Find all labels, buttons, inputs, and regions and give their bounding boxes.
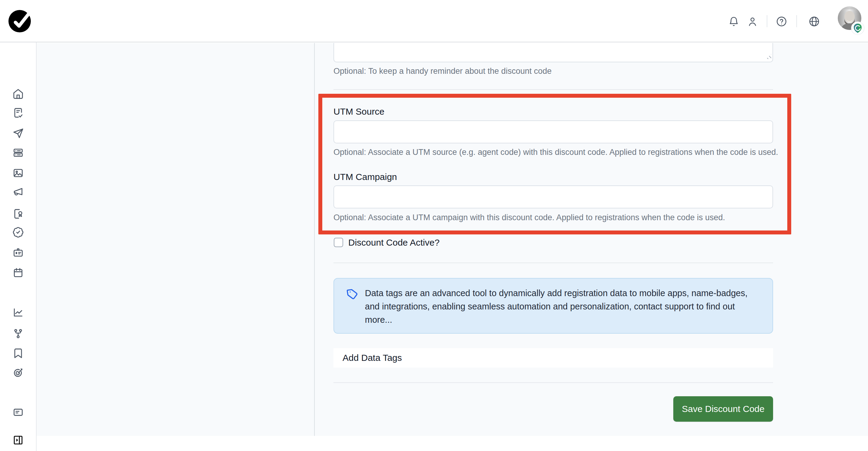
announcements-megaphone-icon[interactable]: [12, 186, 24, 198]
add-data-tags-label: Add Data Tags: [343, 348, 402, 367]
utm-source-helper-text: Optional: Associate a UTM source (e.g. a…: [334, 147, 778, 157]
left-sidebar-nav: [0, 42, 37, 451]
name-badge-icon[interactable]: [12, 247, 24, 258]
data-tags-info-text: Data tags are an advanced tool to dynami…: [365, 287, 761, 326]
content-vertical-divider: [314, 43, 315, 436]
home-icon[interactable]: [12, 88, 24, 100]
flow-fork-icon[interactable]: [12, 328, 24, 339]
account-user-icon[interactable]: [747, 16, 758, 27]
certificate-icon[interactable]: [12, 208, 24, 220]
discount-active-checkbox[interactable]: [334, 238, 343, 247]
add-data-tags-row[interactable]: Add Data Tags: [334, 348, 773, 367]
image-gallery-icon[interactable]: [12, 167, 24, 179]
utm-source-input[interactable]: [334, 120, 773, 143]
goal-target-icon[interactable]: [12, 367, 24, 379]
section-divider: [334, 263, 773, 263]
header-separator: [767, 15, 767, 27]
registration-form-check-icon[interactable]: [12, 107, 24, 119]
app-logo-check-icon[interactable]: [8, 9, 32, 33]
section-divider: [334, 89, 773, 90]
utm-campaign-label: UTM Campaign: [334, 172, 397, 182]
top-header: [0, 0, 868, 42]
notifications-bell-icon[interactable]: [728, 16, 740, 27]
discount-notes-textarea[interactable]: [334, 43, 773, 62]
language-globe-icon[interactable]: [808, 16, 820, 27]
help-circle-icon[interactable]: [776, 16, 787, 27]
check-in-badge-icon[interactable]: [12, 227, 24, 238]
notes-helper-text: Optional: To keep a handy reminder about…: [334, 66, 552, 76]
send-icon[interactable]: [12, 127, 24, 139]
expand-panel-icon[interactable]: [13, 435, 24, 446]
save-discount-code-button[interactable]: Save Discount Code: [673, 396, 773, 422]
message-card-icon[interactable]: [12, 407, 24, 418]
analytics-line-chart-icon[interactable]: [12, 307, 24, 318]
bookmark-icon[interactable]: [12, 348, 24, 359]
sessions-list-icon[interactable]: [12, 147, 24, 158]
utm-campaign-input[interactable]: [334, 185, 773, 208]
bottom-strip: [37, 436, 868, 451]
calendar-icon[interactable]: [12, 267, 24, 278]
footer-divider: [334, 382, 773, 383]
discount-active-label: Discount Code Active?: [348, 238, 440, 247]
tag-icon: [346, 288, 359, 301]
avatar-status-badge-icon: [851, 22, 864, 34]
header-separator: [796, 15, 797, 27]
utm-campaign-helper-text: Optional: Associate a UTM campaign with …: [334, 213, 725, 222]
utm-source-label: UTM Source: [334, 107, 384, 117]
